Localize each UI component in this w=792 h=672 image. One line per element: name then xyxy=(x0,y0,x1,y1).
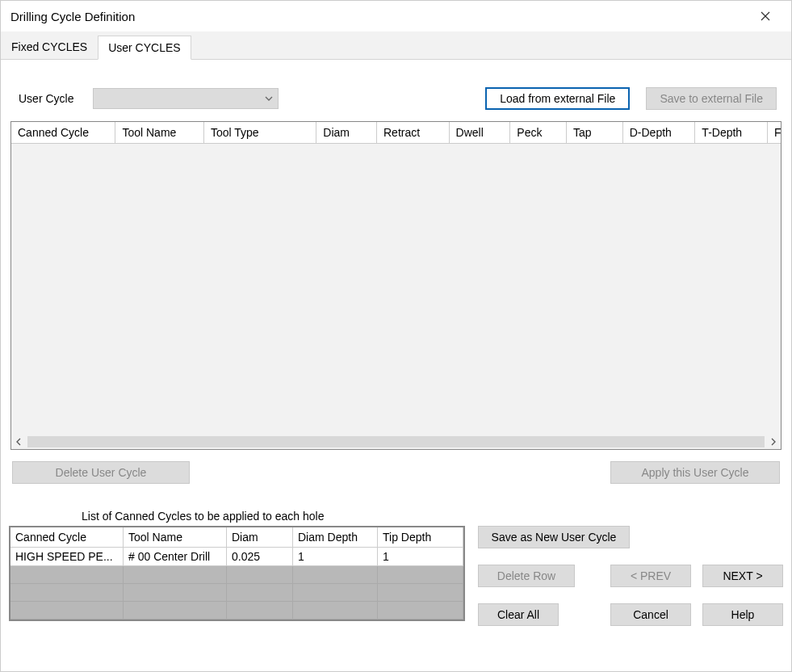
table-row[interactable] xyxy=(10,584,463,602)
help-button[interactable]: Help xyxy=(702,603,783,626)
apply-user-cycle-button[interactable]: Apply this User Cycle xyxy=(610,461,780,484)
lcc-col-tool-name[interactable]: Tool Name xyxy=(124,527,227,548)
chevron-right-icon xyxy=(771,438,776,446)
delete-row-button[interactable]: Delete Row xyxy=(478,565,575,587)
table-row[interactable] xyxy=(10,566,463,584)
horizontal-scrollbar[interactable] xyxy=(11,435,781,449)
save-external-button[interactable]: Save to external File xyxy=(646,87,777,110)
next-button[interactable]: NEXT > xyxy=(702,565,783,587)
upper-col-retract[interactable]: Retract xyxy=(377,122,450,143)
chevron-down-icon xyxy=(265,96,273,101)
chevron-left-icon xyxy=(16,438,21,446)
upper-cycle-grid[interactable]: Canned Cycle Tool Name Tool Type Diam Re… xyxy=(10,121,782,450)
cell-tip-depth[interactable]: 1 xyxy=(378,548,463,566)
upper-col-d-depth[interactable]: D-Depth xyxy=(623,122,696,143)
upper-col-dwell[interactable]: Dwell xyxy=(450,122,511,143)
upper-col-feed[interactable]: Feed xyxy=(768,122,781,143)
upper-col-tap[interactable]: Tap xyxy=(567,122,623,143)
tab-fixed-cycles[interactable]: Fixed CYCLES xyxy=(1,35,98,59)
save-as-new-user-cycle-button[interactable]: Save as New User Cycle xyxy=(478,526,630,548)
window-title: Drilling Cycle Definition xyxy=(10,10,749,23)
upper-col-diam[interactable]: Diam xyxy=(316,122,377,143)
upper-col-tool-name[interactable]: Tool Name xyxy=(115,122,204,143)
lcc-col-diam-depth[interactable]: Diam Depth xyxy=(293,527,378,548)
cell-diam[interactable]: 0.025 xyxy=(227,548,293,566)
scrollbar-track[interactable] xyxy=(27,436,765,447)
tabstrip: Fixed CYCLES User CYCLES xyxy=(1,32,791,60)
lcc-col-diam[interactable]: Diam xyxy=(227,527,293,548)
scroll-right-button[interactable] xyxy=(766,435,781,449)
lcc-col-canned-cycle[interactable]: Canned Cycle xyxy=(10,527,124,548)
delete-user-cycle-button[interactable]: Delete User Cycle xyxy=(12,461,190,484)
canned-cycles-list-label: List of Canned Cycles to be applied to e… xyxy=(9,508,783,526)
cell-canned-cycle[interactable]: HIGH SPEED PE... xyxy=(10,548,124,566)
prev-button[interactable]: < PREV xyxy=(610,565,691,587)
cell-tool-name[interactable]: # 00 Center Drill xyxy=(124,548,227,566)
clear-all-button[interactable]: Clear All xyxy=(478,603,559,626)
user-cycle-dropdown[interactable] xyxy=(93,88,279,109)
load-external-button[interactable]: Load from external File xyxy=(485,87,630,110)
close-button[interactable] xyxy=(749,4,782,28)
lcc-col-tip-depth[interactable]: Tip Depth xyxy=(378,527,463,548)
cancel-button[interactable]: Cancel xyxy=(610,603,691,626)
upper-col-tool-type[interactable]: Tool Type xyxy=(204,122,316,143)
scroll-left-button[interactable] xyxy=(11,435,26,449)
upper-grid-body[interactable] xyxy=(11,144,781,435)
upper-col-t-depth[interactable]: T-Depth xyxy=(695,122,768,143)
tab-user-cycles[interactable]: User CYCLES xyxy=(98,36,191,60)
cell-diam-depth[interactable]: 1 xyxy=(293,548,378,566)
canned-cycles-grid[interactable]: Canned Cycle Tool Name Diam Diam Depth T… xyxy=(9,526,465,621)
upper-col-canned-cycle[interactable]: Canned Cycle xyxy=(11,122,115,143)
upper-col-peck[interactable]: Peck xyxy=(510,122,567,143)
table-row[interactable]: HIGH SPEED PE... # 00 Center Drill 0.025… xyxy=(10,548,463,566)
close-icon xyxy=(761,11,770,21)
user-cycle-label: User Cycle xyxy=(19,92,73,105)
table-row[interactable] xyxy=(10,602,463,620)
